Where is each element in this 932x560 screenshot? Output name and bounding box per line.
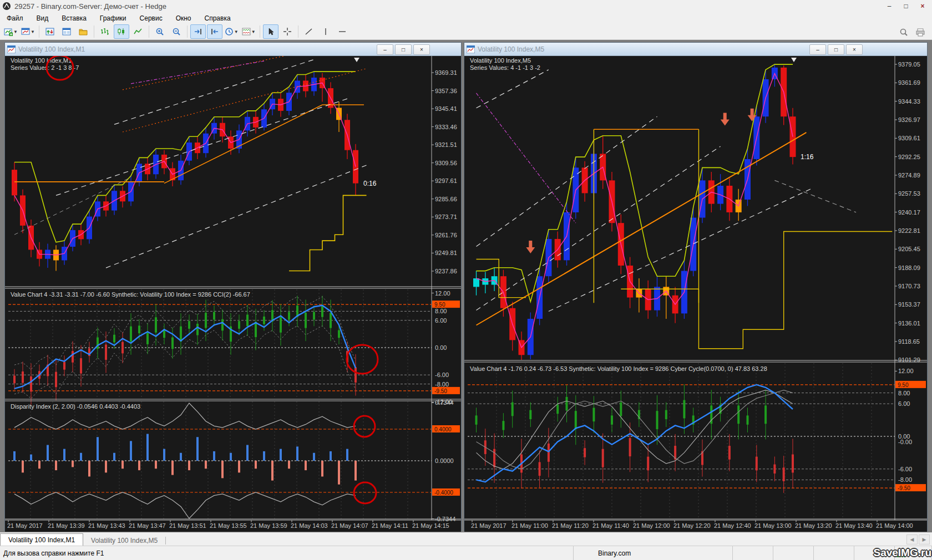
dropdown-arrow-icon[interactable]: ▼: [251, 29, 256, 34]
window-close-button[interactable]: ×: [914, 1, 931, 11]
price-axis-label: 9205.45: [898, 246, 920, 252]
menu-item-2[interactable]: Вставка: [55, 13, 93, 23]
level-label: 8.00: [435, 308, 447, 314]
menu-item-5[interactable]: Окно: [169, 13, 198, 23]
status-bar: Для вызова справки нажмите F1 Binary.com…: [0, 546, 932, 560]
child-close-button[interactable]: ×: [413, 44, 430, 55]
value_chart-label: Value Chart 4 -1.76 0.24 -6.73 -6.53 Syn…: [470, 365, 767, 372]
zoom-in-button[interactable]: [152, 24, 168, 39]
trendline-button[interactable]: [301, 24, 317, 39]
dropdown-arrow-icon[interactable]: ▼: [13, 29, 18, 34]
time-axis-label: 21 May 11:20: [552, 522, 589, 529]
level-label: -8.00: [898, 476, 912, 483]
candle-countdown: 1:16: [801, 153, 814, 161]
chart-canvas-m1[interactable]: 9369.319357.369345.419333.469321.519309.…: [5, 56, 461, 532]
app-titlebar: 29257 - Binary.com-Server: Демо-счет - H…: [0, 0, 932, 13]
data-folder-button[interactable]: [75, 24, 91, 39]
price-axis-label: 9345.41: [435, 105, 457, 112]
child-minimize-button[interactable]: –: [377, 44, 393, 55]
price-axis-label: 9222.81: [898, 227, 920, 234]
time-axis-label: 21 May 11:40: [592, 522, 629, 529]
price-axis-label: 9357.36: [435, 88, 457, 94]
child-maximize-button[interactable]: □: [828, 44, 844, 55]
menu-item-6[interactable]: Справка: [198, 13, 237, 23]
time-axis-label: 21 May 13:51: [169, 522, 206, 529]
chart-window-m5-titlebar[interactable]: Volatility 100 Index,M5 – □ ×: [464, 43, 927, 56]
bars-chart-button[interactable]: [97, 24, 113, 39]
price-axis-label: 9273.71: [435, 213, 457, 220]
time-axis-label: 21 May 14:07: [331, 522, 368, 529]
menu-item-1[interactable]: Вид: [30, 13, 55, 23]
tab-volatility-100-m5[interactable]: Volatility 100 Index,M5: [83, 534, 165, 546]
price-axis-label: 9292.25: [898, 154, 920, 160]
menu-item-4[interactable]: Сервис: [133, 13, 169, 23]
toolbar-separator: [39, 26, 39, 38]
time-axis-label: 21 May 14:03: [291, 522, 328, 529]
price-axis-label: 9170.73: [898, 283, 920, 289]
menu-item-3[interactable]: Графики: [93, 13, 133, 23]
crosshair-button[interactable]: [280, 24, 295, 39]
chart-shift-button[interactable]: [207, 24, 222, 39]
candles-chart-button[interactable]: [114, 24, 129, 39]
child-minimize-button[interactable]: –: [809, 44, 826, 55]
value_chart-label: Value Chart 4 -3.31 -3.31 -7.00 -6.60 Sy…: [11, 291, 250, 298]
zoom-out-button[interactable]: [169, 24, 184, 39]
tab-volatility-100-m1[interactable]: Volatility 100 Index,M1: [0, 533, 83, 546]
auto-scroll-button[interactable]: [190, 24, 206, 39]
new-chart-button[interactable]: ▼: [3, 24, 19, 39]
vertical-line-button[interactable]: [318, 24, 333, 39]
tab-scroll-left-button[interactable]: ◀: [906, 534, 918, 544]
level-badge: -9.50: [434, 388, 447, 394]
chart-canvas-m5[interactable]: 9379.059361.699344.339326.979309.619292.…: [464, 56, 927, 532]
price-axis-label: 9369.31: [435, 69, 457, 76]
strategy-layout-button[interactable]: [59, 24, 74, 39]
level-badge: -9.50: [898, 485, 910, 491]
dropdown-arrow-icon[interactable]: ▼: [234, 29, 239, 34]
timeframes-button[interactable]: ▼: [224, 24, 240, 39]
window-maximize-button[interactable]: □: [898, 1, 914, 11]
new-order-button[interactable]: [42, 24, 58, 39]
level-label: 8.00: [898, 390, 910, 396]
price-axis-label: 9274.89: [898, 172, 920, 179]
price-axis-label: 9237.86: [435, 268, 457, 274]
chart-background: [464, 56, 927, 532]
child-maximize-button[interactable]: □: [395, 44, 412, 55]
chart-window-m5-title: Volatility 100 Index,M5: [478, 45, 544, 53]
app-icon: [2, 2, 11, 11]
chart-window-m1-titlebar[interactable]: Volatility 100 Index,M1 – □ ×: [5, 43, 461, 56]
level-badge: 0.4000: [434, 426, 452, 432]
indicators-button[interactable]: ▼: [241, 24, 257, 39]
price-axis-label: 9249.81: [435, 250, 457, 256]
window-minimize-button[interactable]: –: [881, 1, 898, 11]
toolbar-separator: [187, 26, 188, 38]
disparity-label: Disparity Index (2, 2.00) -0.0546 0.4403…: [11, 403, 140, 410]
time-axis-label: 21 May 13:39: [48, 522, 85, 529]
time-axis-label: 21 May 14:15: [412, 522, 449, 529]
price-axis-label: 9333.46: [435, 124, 457, 130]
profiles-button[interactable]: ▼: [20, 24, 36, 39]
status-cell-empty: [733, 546, 773, 560]
search-button[interactable]: [896, 25, 911, 39]
toolbar-separator: [260, 26, 260, 38]
child-close-button[interactable]: ×: [846, 44, 863, 55]
level-badge: 9.50: [898, 382, 909, 388]
time-axis-label: 21 May 2017: [471, 522, 506, 529]
level-label: 12.00: [435, 290, 450, 297]
dropdown-arrow-icon[interactable]: ▼: [31, 29, 35, 34]
level-label: -6.00: [435, 371, 449, 378]
horizontal-line-button[interactable]: [335, 24, 350, 39]
cursor-button[interactable]: [263, 24, 278, 39]
menu-item-0[interactable]: Файл: [0, 13, 30, 23]
level-label: -6.00: [898, 466, 912, 472]
time-axis-label: 21 May 14:11: [372, 522, 408, 529]
price-axis-label: 9326.97: [898, 116, 920, 123]
time-axis-label: 21 May 13:00: [754, 522, 792, 529]
line-chart-button[interactable]: [130, 24, 146, 39]
price-axis-label: 9361.69: [898, 79, 920, 86]
time-axis-label: 21 May 13:47: [129, 522, 166, 529]
price-axis-label: 9379.05: [898, 61, 920, 68]
tab-scroll-right-button[interactable]: ▶: [919, 534, 930, 544]
price-axis-label: 9136.01: [898, 320, 920, 327]
print-button[interactable]: [913, 25, 928, 39]
chart-window-m1: Volatility 100 Index,M1 – □ × 9369.31935…: [4, 42, 462, 531]
